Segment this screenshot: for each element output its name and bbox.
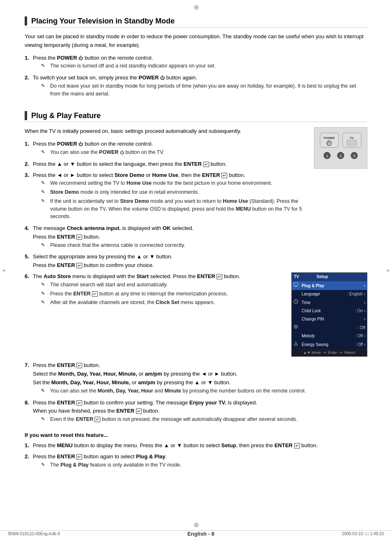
bottom-crosshair-icon: ⊕ <box>194 521 199 529</box>
menu-icon-2 <box>292 290 300 298</box>
item-3-num: 3. <box>25 171 33 222</box>
note-pencil-icon-2: ✎ <box>41 82 48 98</box>
menu-row-energy-value: : Off › <box>339 340 367 349</box>
note-4-1: ✎ Please check that the antenna cable is… <box>41 241 367 249</box>
svg-text:2: 2 <box>339 154 341 158</box>
standby-note-2-1: ✎ Do not leave your set in standby mode … <box>41 82 367 98</box>
plug-play-item-1: 1. Press the POWER ⏻ button on the remot… <box>25 140 308 158</box>
svg-rect-6 <box>347 140 357 146</box>
note-icon-4-1: ✎ <box>41 241 48 249</box>
item-6-num: 6. <box>25 272 33 359</box>
menu-arrow-time: › <box>339 298 367 307</box>
section-plug-play-title: Plug & Play Feature <box>31 111 101 120</box>
note-icon-7-1: ✎ <box>41 387 48 395</box>
svg-rect-14 <box>295 286 297 287</box>
note-6-2-text: Press the ENTER ↵ button at any time to … <box>50 290 285 298</box>
menu-footer: ▲▼ Move ↵ Enter ↩ Return <box>292 349 367 357</box>
menu-row-changepin: Change PIN <box>300 315 339 323</box>
menu-row-energy: Energy Saving <box>300 340 339 349</box>
heading-bar-icon <box>25 16 27 26</box>
svg-line-17 <box>296 302 297 302</box>
menu-row-melody: Melody <box>300 332 339 340</box>
plug-play-items: 1. Press the POWER ⏻ button on the remot… <box>25 140 367 425</box>
note-3-2: ✎ Store Demo mode is only intended for u… <box>41 188 308 196</box>
standby-note-2-1-text: Do not leave your set in standby mode fo… <box>50 82 367 98</box>
item-1-content: Press the POWER ⏻ button on the remote c… <box>33 140 308 158</box>
note-6-1-text: The channel search will start and end au… <box>50 281 285 289</box>
note-icon-8-1: ✎ <box>41 416 48 423</box>
menu-row-plug-play: Plug & Play <box>300 281 339 290</box>
note-icon-6-3: ✎ <box>41 299 48 306</box>
menu-icon-1 <box>292 281 300 290</box>
reset-items: 1. Press the MENU button to display the … <box>25 441 367 470</box>
item-8-content: Press the ENTER ↵ button to confirm your… <box>33 399 367 425</box>
reset-item-2-num: 2. <box>25 453 33 470</box>
menu-row-language-value: : English › <box>339 290 367 298</box>
item-4-num: 4. <box>25 224 33 250</box>
reset-item-1: 1. Press the MENU button to display the … <box>25 441 367 450</box>
svg-text:TV: TV <box>350 137 354 139</box>
menu-row-childlock-value: : On › <box>339 307 367 315</box>
page-footer: BN68-01911D-00Eng.indb 8 English - 8 200… <box>0 530 392 537</box>
note-6-3-text: After all the available channels are sto… <box>50 299 285 306</box>
section-standby-content: Your set can be placed in standby mode i… <box>25 33 367 99</box>
standby-note-1-1-text: The screen is turned off and a red stand… <box>50 62 367 70</box>
standby-intro: Your set can be placed in standby mode i… <box>25 33 367 50</box>
reset-item-2: 2. Press the ENTER ↵ button again to sel… <box>25 453 367 470</box>
standby-note-1-1: ✎ The screen is turned off and a red sta… <box>41 62 367 70</box>
note-icon-3-3: ✎ <box>41 197 48 221</box>
note-icon-1-1: ✎ <box>41 149 48 156</box>
item-7-num: 7. <box>25 361 33 396</box>
page-container: ⊕ ⊕ + + Placing Your Television in Stand… <box>0 0 392 541</box>
standby-item-2-num: 2. <box>25 74 33 99</box>
section-standby-title: Placing Your Television in Standby Mode <box>31 17 175 26</box>
footer-center: English - 8 <box>187 531 214 537</box>
note-3-3-text: If the unit is accidentally set to Store… <box>50 197 308 221</box>
menu-row-melody-value: : Off › <box>339 332 367 340</box>
remote-svg: POWER ⏻ TV 1 2 3 <box>318 131 363 164</box>
item-2-content: Press the ▲ or ▼ button to select the la… <box>33 160 308 169</box>
note-icon-3-1: ✎ <box>41 179 48 187</box>
standby-item-2-content: To switch your set back on, simply press… <box>33 74 367 99</box>
menu-icon-4 <box>292 307 300 315</box>
note-3-1-text: We recommend setting the TV to Home Use … <box>50 179 308 187</box>
section-plug-play: Plug & Play Feature POWER ⏻ TV <box>25 111 367 472</box>
item-8-num: 8. <box>25 399 33 425</box>
note-pencil-icon: ✎ <box>41 62 48 70</box>
footer-left: BN68-01911D-00Eng.indb 8 <box>8 532 60 536</box>
note-6-1: ✎ The channel search will start and end … <box>41 281 285 289</box>
menu-arrow-changepin: › <box>339 315 367 323</box>
menu-header-setup: Setup <box>317 274 328 279</box>
left-crosshair-icon: + <box>2 267 6 274</box>
item-2-num: 2. <box>25 160 33 169</box>
menu-illustration: TV Setup Plug & Play › <box>291 272 367 357</box>
note-7-1-text: You can also set the Month, Day, Year, H… <box>50 387 367 395</box>
standby-item-1-num: 1. <box>25 54 33 72</box>
note-1-1: ✎ You can also use the POWER ⏻ button on… <box>41 149 308 156</box>
standby-item-1: 1. Press the POWER ⏻ button on the remot… <box>25 54 367 72</box>
item-1-num: 1. <box>25 140 33 158</box>
top-crosshair-icon: ⊕ <box>194 3 199 11</box>
section-plug-play-content: POWER ⏻ TV 1 2 3 <box>25 127 367 472</box>
menu-header-tv: TV <box>294 274 299 279</box>
menu-row-childlock: Child Lock <box>300 307 339 315</box>
note-3-2-text: Store Demo mode is only intended for use… <box>50 188 308 196</box>
menu-icon-5 <box>292 315 300 323</box>
note-3-3: ✎ If the unit is accidentally set to Sto… <box>41 197 308 221</box>
reset-item-2-content: Press the ENTER ↵ button again to select… <box>33 453 367 470</box>
svg-rect-13 <box>294 283 298 286</box>
note-icon-6-2: ✎ <box>41 290 48 298</box>
item-5-num: 5. <box>25 253 33 270</box>
reset-item-1-content: Press the MENU button to display the men… <box>33 441 367 450</box>
plug-play-item-6: 6. TV Setup <box>25 272 367 359</box>
heading-bar-icon-2 <box>25 111 27 120</box>
svg-text:3: 3 <box>353 154 355 158</box>
note-icon-reset-2-1: ✎ <box>41 461 48 469</box>
svg-text:⏻: ⏻ <box>327 142 331 145</box>
item-5-content: Select the appropriate area by pressing … <box>33 253 367 270</box>
item-6-content: TV Setup Plug & Play › <box>33 272 367 359</box>
plug-play-item-4: 4. The message Check antenna input. is d… <box>25 224 367 250</box>
menu-icon-7 <box>292 332 300 340</box>
note-7-1: ✎ You can also set the Month, Day, Year,… <box>41 387 367 395</box>
reset-note-2-1: ✎ The Plug & Play feature is only availa… <box>41 461 367 469</box>
